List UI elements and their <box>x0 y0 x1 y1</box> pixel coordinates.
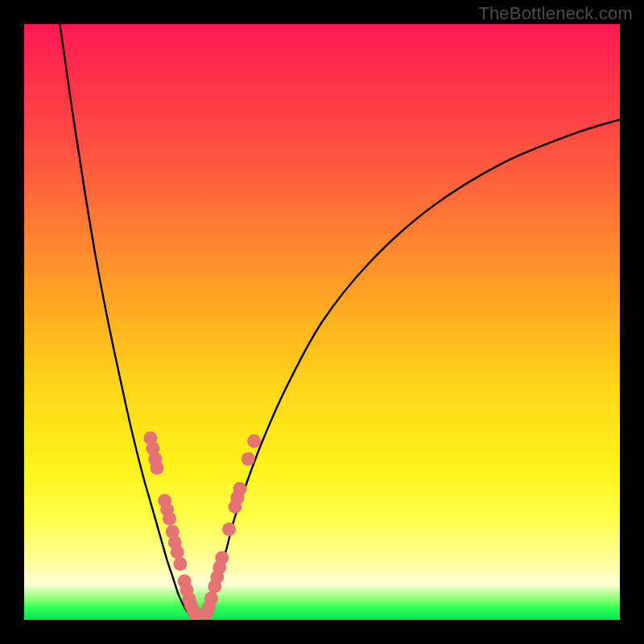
marker-right <box>215 551 229 565</box>
marker-right <box>247 435 261 448</box>
chart-svg <box>24 24 620 620</box>
marker-right <box>204 592 218 605</box>
plot-area <box>24 24 620 620</box>
frame: TheBottleneck.com <box>0 0 644 644</box>
marker-right <box>242 452 255 466</box>
watermark-text: TheBottleneck.com <box>478 3 633 24</box>
marker-left <box>151 461 164 475</box>
curve-group <box>60 24 620 617</box>
marker-left <box>173 557 187 571</box>
marker-left <box>171 545 184 559</box>
marker-right <box>222 522 236 536</box>
curve-right-curve <box>203 119 620 617</box>
marker-left <box>163 512 176 526</box>
marker-group <box>143 431 261 620</box>
marker-right <box>233 482 246 496</box>
